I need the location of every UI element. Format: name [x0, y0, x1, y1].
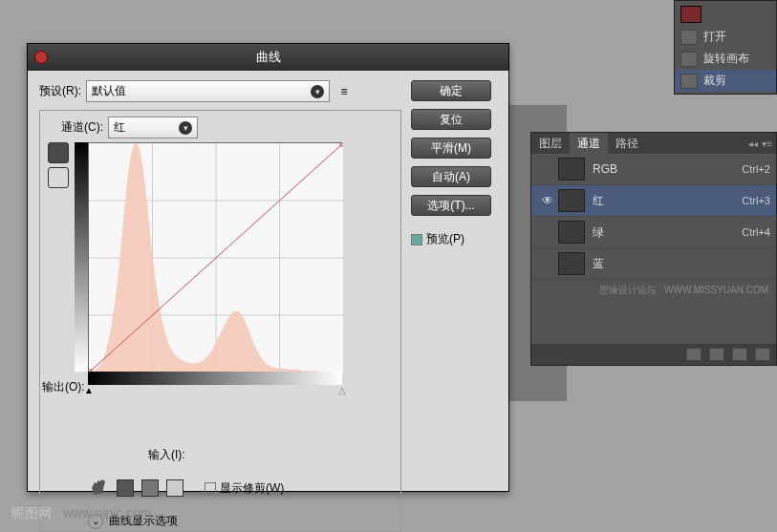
tab-paths[interactable]: 路径 [608, 133, 646, 154]
channel-name: 蓝 [593, 256, 770, 272]
preset-label: 预设(R): [39, 83, 81, 99]
show-clip-checkbox[interactable] [205, 482, 216, 494]
brand-text: 思缘设计论坛 WWW.MISSYUAN.COM [531, 280, 776, 301]
panel-footer [531, 344, 776, 365]
channel-name: 红 [593, 193, 742, 209]
dialog-title: 曲线 [256, 49, 281, 66]
channel-label: 通道(C): [61, 119, 103, 136]
history-thumb-row[interactable] [675, 3, 776, 26]
save-selection-icon[interactable] [709, 348, 724, 361]
tab-layers[interactable]: 图层 [531, 133, 570, 154]
close-button[interactable] [34, 51, 48, 64]
history-label: 裁剪 [703, 73, 726, 89]
history-item[interactable]: 旋转画布 [675, 48, 776, 70]
channel-row[interactable]: 👁 红 Ctrl+3 [531, 185, 776, 217]
black-point-handle[interactable]: ▲ [84, 385, 94, 395]
delete-channel-icon[interactable] [755, 348, 770, 361]
chevron-down-icon: ▾ [179, 121, 192, 135]
watermark-url: www.nipic.com [63, 505, 152, 521]
load-selection-icon[interactable] [686, 348, 701, 361]
curve-canvas[interactable] [89, 143, 343, 372]
history-item[interactable]: 打开 [675, 26, 776, 48]
history-label: 打开 [703, 29, 726, 45]
smooth-button[interactable]: 平滑(M) [411, 138, 491, 159]
preset-value: 默认值 [92, 83, 126, 99]
channel-thumbnail [558, 221, 585, 244]
history-panel: 打开 旋转画布 裁剪 [674, 0, 777, 95]
curves-dialog: 曲线 预设(R): 默认值 ▾ ≡ 通道(C): 红 ▾ [27, 43, 509, 492]
channel-name: 绿 [593, 224, 742, 241]
channel-name: RGB [593, 162, 742, 176]
auto-button[interactable]: 自动(A) [411, 166, 491, 187]
channel-thumbnail [558, 252, 585, 275]
channel-row[interactable]: RGB Ctrl+2 [531, 154, 776, 185]
preset-select[interactable]: 默认值 ▾ [86, 80, 330, 102]
options-button[interactable]: 选项(T)... [411, 195, 491, 216]
channel-shortcut: Ctrl+2 [742, 163, 770, 175]
channel-shortcut: Ctrl+3 [742, 195, 770, 206]
chevron-down-icon: ▾ [311, 85, 324, 98]
output-gradient [75, 142, 88, 372]
watermark: 昵图网 www.nipic.com [11, 505, 151, 522]
crop-icon [680, 74, 698, 89]
reset-button[interactable]: 复位 [411, 109, 491, 130]
gray-eyedropper-icon[interactable] [141, 479, 159, 497]
visibility-toggle[interactable]: 👁 [537, 194, 558, 207]
preview-label: 预览(P) [426, 232, 464, 245]
preset-menu-icon[interactable]: ≡ [335, 83, 353, 100]
pencil-tool-icon[interactable] [48, 167, 69, 188]
input-label: 输入(I): [148, 447, 185, 463]
curve-tool-icon[interactable] [48, 142, 69, 163]
channel-value: 红 [114, 119, 125, 136]
dialog-titlebar[interactable]: 曲线 [28, 44, 508, 71]
draw-tools [48, 142, 69, 372]
ok-button[interactable]: 确定 [411, 80, 491, 101]
new-channel-icon[interactable] [732, 348, 747, 361]
channel-shortcut: Ctrl+4 [742, 226, 770, 238]
input-gradient [88, 372, 342, 385]
channel-row[interactable]: 蓝 [531, 248, 776, 280]
input-slider[interactable]: ▲ △ [88, 385, 342, 394]
curve-graph[interactable]: ▲ △ [75, 142, 342, 372]
hand-icon[interactable] [86, 477, 109, 500]
panel-menu-icon[interactable]: ▾≡ [762, 138, 772, 149]
white-eyedropper-icon[interactable] [166, 479, 183, 497]
tab-channels[interactable]: 通道 [570, 133, 608, 154]
channel-select[interactable]: 红 ▾ [108, 117, 198, 138]
preview-checkbox[interactable] [411, 234, 422, 245]
show-clip-label: 显示修剪(W) [220, 481, 284, 495]
channel-row[interactable]: 绿 Ctrl+4 [531, 217, 776, 248]
channels-panel: 图层 通道 路径 ◂◂ ▾≡ RGB Ctrl+2 👁 红 Ctrl+3 绿 C… [530, 132, 777, 366]
document-thumbnail [680, 6, 701, 23]
watermark-site: 昵图网 [11, 505, 52, 521]
open-icon [680, 30, 698, 45]
collapse-icon[interactable]: ◂◂ [748, 138, 758, 149]
white-point-handle[interactable]: △ [338, 385, 346, 395]
history-item[interactable]: 裁剪 [675, 70, 776, 92]
panel-tabs: 图层 通道 路径 ◂◂ ▾≡ [531, 133, 776, 154]
history-label: 旋转画布 [703, 51, 749, 67]
black-eyedropper-icon[interactable] [117, 479, 134, 497]
channel-thumbnail [558, 189, 585, 212]
rotate-icon [680, 52, 698, 67]
channel-thumbnail [558, 158, 585, 181]
